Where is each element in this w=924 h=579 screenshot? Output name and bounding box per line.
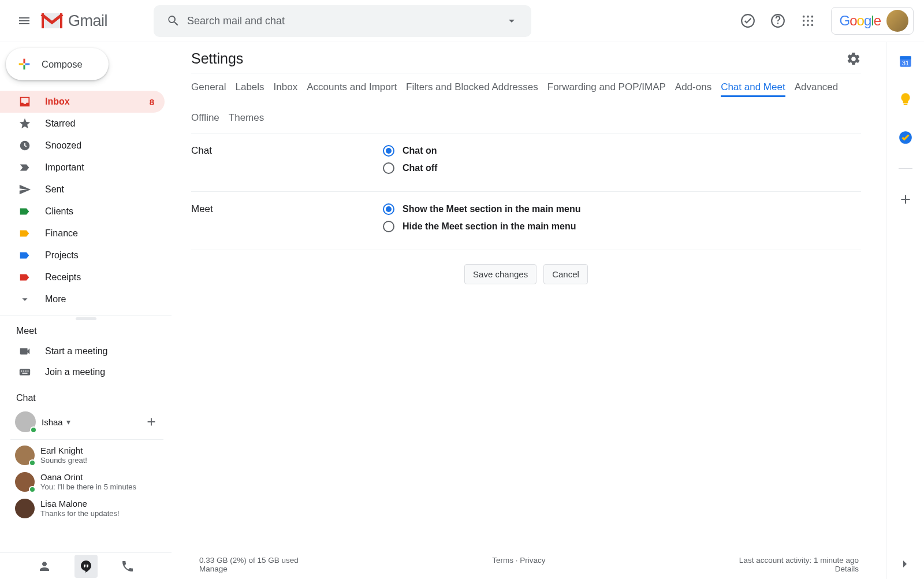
sidebar-item-receipts[interactable]: Receipts — [0, 266, 165, 288]
phone-button[interactable] — [116, 555, 139, 578]
chat-contact-name: Oana Orint — [40, 472, 136, 482]
tab-offline[interactable]: Offline — [191, 112, 219, 126]
activity-text: Last account activity: 1 minute ago — [739, 556, 859, 565]
svg-rect-15 — [25, 370, 27, 372]
radio-input[interactable] — [383, 221, 394, 232]
details-link[interactable]: Details — [835, 565, 859, 573]
meet-item-label: Start a meeting — [45, 346, 172, 357]
presence-indicator — [29, 486, 36, 493]
sidebar-item-projects[interactable]: Projects — [0, 244, 165, 266]
svg-point-9 — [807, 24, 809, 27]
chat-self-status[interactable]: Ishaa ▾ — [0, 408, 172, 436]
tab-labels[interactable]: Labels — [235, 81, 264, 97]
svg-rect-12 — [20, 369, 30, 376]
meet-section-title: Meet — [0, 320, 172, 341]
ready-status-icon[interactable] — [735, 8, 761, 34]
avatar — [15, 446, 35, 465]
tab-forwarding-pop-imap[interactable]: Forwarding and POP/IMAP — [547, 81, 666, 97]
search-input[interactable] — [187, 15, 498, 27]
sidebar-item-finance[interactable]: Finance — [0, 222, 165, 244]
setting-label: Chat — [191, 145, 383, 180]
keep-addon-button[interactable] — [898, 92, 913, 107]
sidebar-item-label: Inbox — [45, 96, 150, 107]
chevron-down-icon — [505, 14, 519, 28]
presence-indicator — [29, 459, 36, 466]
videocam-icon — [17, 344, 32, 359]
settings-gear-button[interactable] — [846, 51, 861, 66]
search-options-button[interactable] — [498, 7, 526, 35]
chevron-down-icon: ▾ — [66, 417, 70, 426]
radio-input[interactable] — [383, 203, 394, 215]
privacy-link[interactable]: Privacy — [520, 556, 545, 565]
save-button[interactable]: Save changes — [464, 264, 536, 284]
sidebar: Compose Inbox 8 Starred Snoozed Importan… — [0, 42, 172, 579]
tab-general[interactable]: General — [191, 81, 226, 97]
sidebar-item-sent[interactable]: Sent — [0, 179, 165, 201]
chat-self-name: Ishaa — [42, 417, 63, 427]
sidebar-item-inbox[interactable]: Inbox 8 — [0, 91, 165, 113]
phone-icon — [121, 559, 135, 573]
tab-themes[interactable]: Themes — [229, 112, 264, 126]
radio-meet-show[interactable]: Show the Meet section in the main menu — [383, 203, 861, 215]
radio-input[interactable] — [383, 162, 394, 174]
svg-point-6 — [807, 20, 809, 22]
search-icon[interactable] — [159, 7, 187, 35]
chat-contact[interactable]: Oana Orint You: I'll be there in 5 minut… — [0, 469, 172, 495]
help-icon — [770, 13, 785, 28]
main-menu-button[interactable] — [10, 7, 38, 35]
apps-launcher-button[interactable] — [795, 8, 821, 34]
inbox-count: 8 — [150, 97, 154, 107]
manage-storage-link[interactable]: Manage — [199, 565, 228, 573]
chat-bottom-bar — [0, 552, 172, 579]
apps-grid-icon — [802, 14, 814, 27]
radio-chat-on[interactable]: Chat on — [383, 145, 861, 157]
tasks-addon-button[interactable] — [898, 130, 913, 145]
tab-chat-meet[interactable]: Chat and Meet — [721, 81, 785, 97]
calendar-icon: 31 — [898, 54, 913, 69]
new-chat-button[interactable] — [145, 415, 158, 428]
sidebar-item-label: Sent — [45, 184, 154, 195]
account-chip[interactable]: Google — [831, 7, 914, 35]
gmail-logo-icon — [40, 12, 64, 29]
hide-side-panel-button[interactable] — [897, 557, 911, 571]
svg-rect-13 — [21, 370, 23, 372]
action-row: Save changes Cancel — [191, 250, 861, 298]
compose-button[interactable]: Compose — [6, 48, 109, 80]
radio-label: Chat on — [403, 146, 437, 156]
tab-filters-blocked[interactable]: Filters and Blocked Addresses — [406, 81, 538, 97]
sidebar-item-more[interactable]: More — [0, 288, 165, 310]
avatar[interactable] — [886, 10, 908, 32]
chat-contact[interactable]: Lisa Malone Thanks for the updates! — [0, 495, 172, 522]
sidebar-item-snoozed[interactable]: Snoozed — [0, 135, 165, 157]
tab-accounts-import[interactable]: Accounts and Import — [307, 81, 397, 97]
hangouts-button[interactable] — [74, 555, 98, 578]
brand[interactable]: Gmail — [40, 12, 107, 30]
sidebar-item-starred[interactable]: Starred — [0, 113, 165, 135]
tab-inbox[interactable]: Inbox — [274, 81, 298, 97]
sidebar-item-clients[interactable]: Clients — [0, 201, 165, 222]
tab-addons[interactable]: Add-ons — [675, 81, 711, 97]
sidebar-item-label: Starred — [45, 118, 154, 129]
chat-contact[interactable]: Earl Knight Sounds great! — [0, 442, 172, 469]
radio-chat-off[interactable]: Chat off — [383, 162, 861, 174]
chat-contact-name: Earl Knight — [40, 446, 87, 456]
search-bar[interactable] — [154, 5, 531, 37]
radio-input[interactable] — [383, 145, 394, 157]
cancel-button[interactable]: Cancel — [543, 264, 588, 284]
get-addons-button[interactable] — [898, 192, 913, 207]
start-meeting-button[interactable]: Start a meeting — [0, 341, 172, 362]
page-title: Settings — [191, 50, 243, 67]
sidebar-item-important[interactable]: Important — [0, 157, 165, 179]
tab-advanced[interactable]: Advanced — [795, 81, 839, 97]
setting-meet: Meet Show the Meet section in the main m… — [191, 192, 861, 250]
join-meeting-button[interactable]: Join a meeting — [0, 362, 172, 383]
label-icon — [17, 204, 32, 219]
header: Gmail Google — [0, 0, 924, 42]
radio-meet-hide[interactable]: Hide the Meet section in the main menu — [383, 221, 861, 232]
person-icon — [38, 559, 51, 573]
svg-point-10 — [811, 24, 813, 27]
terms-link[interactable]: Terms — [492, 556, 513, 565]
support-button[interactable] — [765, 8, 791, 34]
contacts-button[interactable] — [33, 555, 56, 578]
calendar-addon-button[interactable]: 31 — [898, 54, 913, 69]
